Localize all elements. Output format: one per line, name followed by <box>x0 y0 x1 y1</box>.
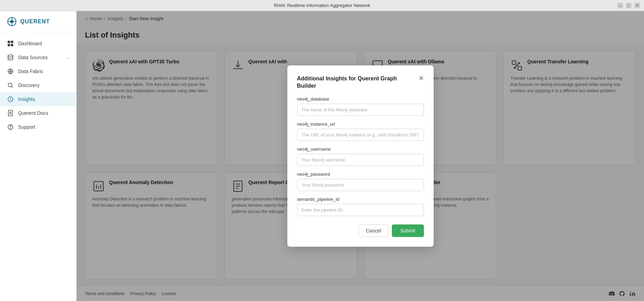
svg-line-14 <box>12 87 13 88</box>
svg-rect-8 <box>8 44 10 46</box>
data-fabric-icon <box>7 68 14 75</box>
sidebar-item-support[interactable]: Support <box>0 120 76 134</box>
sidebar-item-querent-docs[interactable]: Querent Docs <box>0 106 76 120</box>
sidebar-item-label-support: Support <box>18 124 35 130</box>
sidebar-item-label-dashboard: Dashboard <box>18 41 42 46</box>
sidebar-item-label-insights: Insights <box>18 96 35 102</box>
sidebar-logo: QUERENT <box>0 11 76 32</box>
logo-icon <box>7 17 17 26</box>
form-group-neo4j_instance_url: neo4j_instance_url <box>297 121 424 141</box>
support-icon <box>7 124 14 130</box>
sidebar: QUERENT Dashboard Data Sou <box>0 11 77 301</box>
form-group-neo4j_username: neo4j_username <box>297 146 424 166</box>
form-input-neo4j_database[interactable] <box>297 104 424 116</box>
sidebar-item-label-data-fabric: Data Fabric <box>18 69 43 74</box>
form-group-semantic_pipeline_id: semantic_pipeline_id <box>297 197 424 216</box>
sidebar-item-data-fabric[interactable]: Data Fabric <box>0 64 76 78</box>
modal-title: Additional Insights for Querent Graph Bu… <box>297 75 419 90</box>
form-input-semantic_pipeline_id[interactable] <box>297 204 424 216</box>
sidebar-item-discovery[interactable]: Discovery <box>0 78 76 92</box>
svg-rect-6 <box>8 41 10 43</box>
form-group-neo4j_database: neo4j_database <box>297 96 424 116</box>
form-input-neo4j_password[interactable] <box>297 179 424 191</box>
modal-actions: Cancel Submit <box>297 224 424 237</box>
cancel-button[interactable]: Cancel <box>358 224 388 237</box>
form-label-neo4j_instance_url: neo4j_instance_url <box>297 121 424 127</box>
svg-rect-7 <box>11 41 13 43</box>
sidebar-item-label-discovery: Discovery <box>18 82 39 88</box>
svg-point-13 <box>8 83 12 87</box>
svg-point-21 <box>10 129 11 129</box>
maximize-button[interactable]: □ <box>626 3 631 8</box>
form-input-neo4j_instance_url[interactable] <box>297 129 424 141</box>
form-group-neo4j_password: neo4j_password <box>297 172 424 191</box>
svg-point-1 <box>10 20 14 23</box>
minimize-button[interactable]: – <box>618 3 623 8</box>
sidebar-logo-text: QUERENT <box>20 18 50 25</box>
close-button[interactable]: ✕ <box>634 3 640 8</box>
sidebar-item-data-sources[interactable]: Data Sources ⌄ <box>0 50 76 64</box>
sidebar-item-dashboard[interactable]: Dashboard <box>0 37 76 50</box>
titlebar-controls: – □ ✕ <box>618 3 640 8</box>
modal-overlay[interactable]: Additional Insights for Querent Graph Bu… <box>77 11 644 301</box>
modal-header: Additional Insights for Querent Graph Bu… <box>297 75 424 90</box>
modal: Additional Insights for Querent Graph Bu… <box>287 65 434 247</box>
svg-rect-9 <box>11 44 13 46</box>
docs-icon <box>7 110 14 117</box>
chevron-down-icon: ⌄ <box>66 55 69 60</box>
form-label-neo4j_username: neo4j_username <box>297 146 424 152</box>
sidebar-nav: Dashboard Data Sources ⌄ <box>0 32 76 301</box>
sidebar-item-label-data-sources: Data Sources <box>18 55 48 60</box>
titlebar: RIAN: Realtime Information Aggregator Ne… <box>0 0 644 11</box>
submit-button[interactable]: Submit <box>392 224 424 237</box>
form-label-neo4j_password: neo4j_password <box>297 172 424 177</box>
insights-icon <box>7 96 14 103</box>
modal-close-button[interactable]: ✕ <box>419 75 424 81</box>
discovery-icon <box>7 82 14 89</box>
form-label-semantic_pipeline_id: semantic_pipeline_id <box>297 197 424 202</box>
form-input-neo4j_username[interactable] <box>297 154 424 166</box>
app-container: QUERENT Dashboard Data Sou <box>0 11 644 301</box>
dashboard-icon <box>7 40 14 47</box>
sidebar-item-insights[interactable]: Insights <box>0 92 76 106</box>
data-sources-icon <box>7 54 14 61</box>
sidebar-item-label-querent-docs: Querent Docs <box>18 110 48 116</box>
form-label-neo4j_database: neo4j_database <box>297 96 424 102</box>
svg-point-10 <box>8 55 13 57</box>
titlebar-title: RIAN: Realtime Information Aggregator Ne… <box>274 3 370 8</box>
main-content: ⌂ Home › Insights › Start New Insight Li… <box>77 11 644 301</box>
modal-form: neo4j_database neo4j_instance_url neo4j_… <box>297 96 424 216</box>
